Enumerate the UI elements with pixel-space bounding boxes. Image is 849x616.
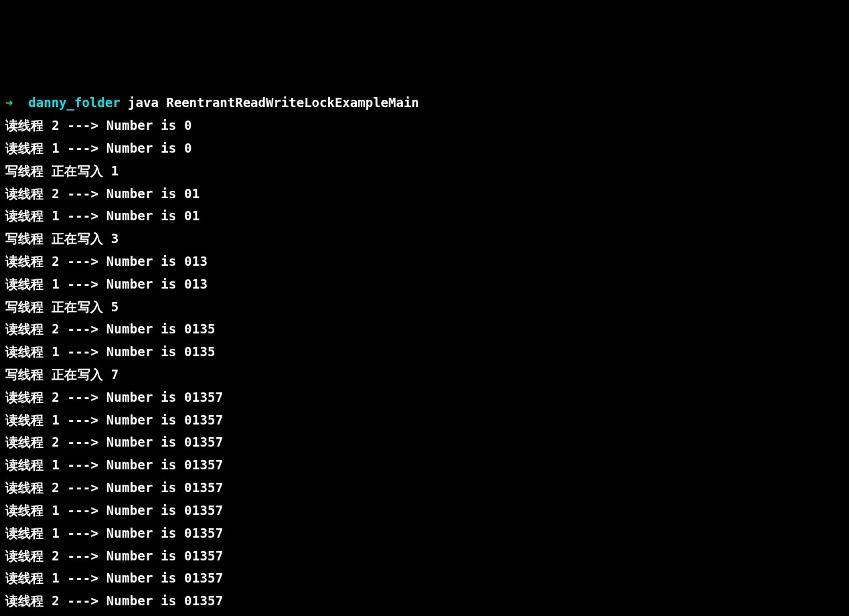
output-line: 写线程 正在写入 1 [5, 160, 844, 183]
prompt-line: ➜ danny_folder java ReentrantReadWriteLo… [5, 92, 844, 114]
output-line: 读线程 2 ---> Number is 01357 [5, 590, 844, 613]
output-line: 读线程 1 ---> Number is 01357 [5, 499, 844, 522]
output-line: 读线程 1 ---> Number is 0135 [5, 341, 844, 364]
output-line: 读线程 1 ---> Number is 01357 [5, 522, 844, 545]
terminal-window[interactable]: ➜ danny_folder java ReentrantReadWriteLo… [0, 90, 849, 616]
output-line: 读线程 2 ---> Number is 01 [5, 183, 844, 206]
prompt-arrow: ➜ [5, 95, 13, 110]
output-line: 写线程 正在写入 7 [5, 364, 844, 386]
output-line: 读线程 2 ---> Number is 0135 [5, 318, 844, 341]
output-line: 读线程 2 ---> Number is 013 [5, 250, 844, 273]
output-line: 读线程 1 ---> Number is 013 [5, 273, 844, 296]
output-line: 写线程 正在写入 5 [5, 296, 844, 319]
output-line: 读线程 1 ---> Number is 01 [5, 205, 844, 228]
output-line: 读线程 2 ---> Number is 0 [5, 114, 844, 137]
prompt-folder: danny_folder [28, 95, 120, 110]
output-line: 读线程 2 ---> Number is 01357 [5, 386, 844, 409]
output-line: 写线程 正在写入 3 [5, 228, 844, 250]
output-line: 读线程 1 ---> Number is 01357 [5, 454, 844, 477]
output-line: 读线程 1 ---> Number is 0 [5, 137, 844, 160]
output-line: 读线程 2 ---> Number is 01357 [5, 477, 844, 499]
output-line: 读线程 2 ---> Number is 01357 [5, 545, 844, 568]
output-line: 读线程 1 ---> Number is 01357 [5, 409, 844, 432]
output-line: 读线程 1 ---> Number is 01357 [5, 613, 844, 616]
output-line: 读线程 1 ---> Number is 01357 [5, 567, 844, 590]
output-line: 读线程 2 ---> Number is 01357 [5, 431, 844, 454]
command-text: java ReentrantReadWriteLockExampleMain [128, 95, 419, 110]
